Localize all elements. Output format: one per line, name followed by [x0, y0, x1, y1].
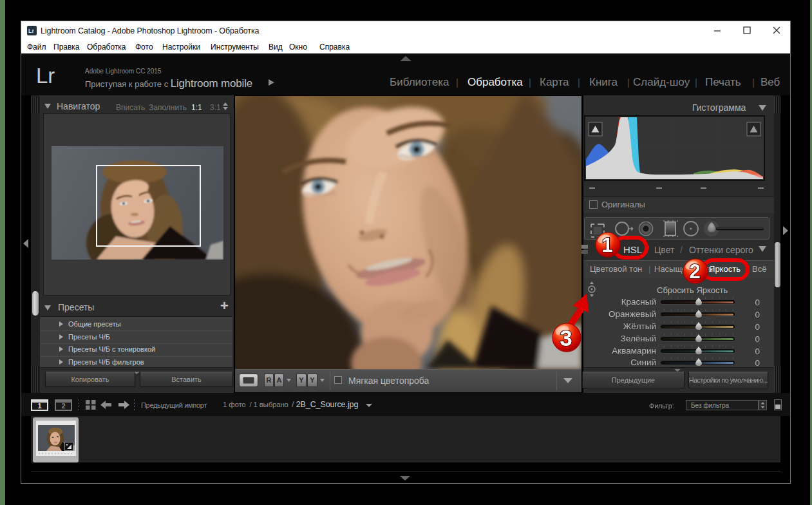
svg-text:2: 2 [689, 260, 700, 283]
svg-text:1: 1 [601, 234, 612, 256]
svg-text:3: 3 [560, 325, 572, 350]
